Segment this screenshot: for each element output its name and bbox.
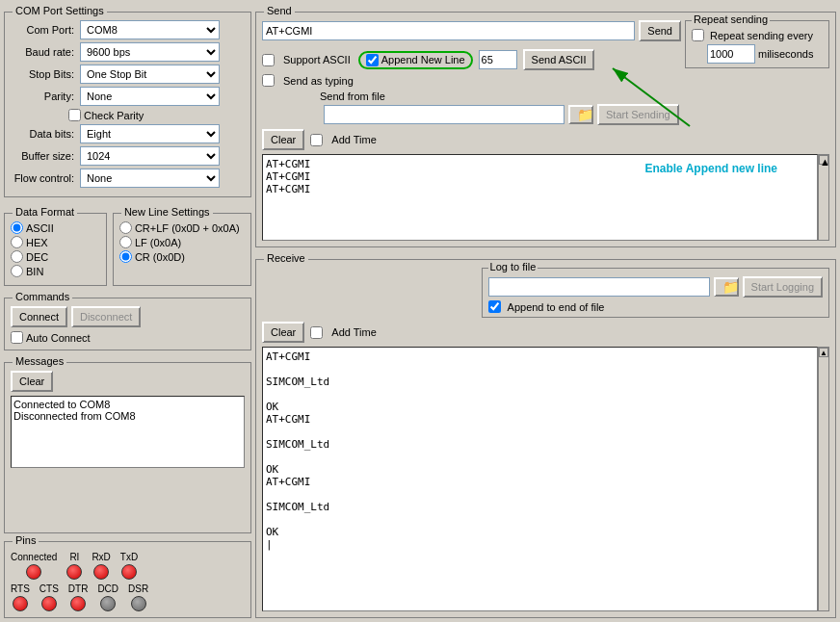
send-button[interactable]: Send — [639, 20, 681, 41]
newline-settings-title: New Line Settings — [121, 206, 213, 218]
hex-radio[interactable] — [11, 236, 23, 248]
pin-dtr: DTR — [68, 583, 89, 611]
receive-title: Receive — [264, 252, 308, 264]
receive-log-line — [266, 451, 814, 463]
ascii-value-input[interactable] — [479, 50, 517, 69]
repeat-sending-checkbox[interactable] — [692, 29, 704, 41]
pin-dsr: DSR — [128, 583, 148, 611]
disconnect-button[interactable]: Disconnect — [71, 306, 141, 327]
enable-append-label: Enable Append new line — [644, 162, 777, 175]
ascii-radio[interactable] — [11, 221, 23, 234]
append-to-file-label: Append to end of file — [508, 301, 605, 313]
pin-cts: CTS — [39, 583, 59, 611]
append-new-line-label: Append New Line — [381, 54, 465, 65]
pin-connected: Connected — [11, 552, 57, 580]
send-title: Send — [264, 5, 295, 16]
messages-title: Messages — [13, 355, 66, 367]
pin-cts-led — [41, 596, 57, 611]
pin-dcd: DCD — [97, 583, 118, 611]
receive-log-line: SIMCOM_Ltd — [266, 438, 814, 451]
log-file-path-input[interactable] — [488, 277, 710, 297]
receive-log-cursor: | — [266, 538, 814, 551]
receive-log-line: OK — [266, 463, 814, 476]
receive-log-line: AT+CGMI — [266, 476, 814, 488]
bin-label: BIN — [26, 266, 43, 277]
pins-title: Pins — [13, 534, 39, 546]
start-logging-button[interactable]: Start Logging — [743, 276, 823, 298]
receive-log-line: SIMCOM_Ltd — [266, 376, 814, 388]
crlf-radio[interactable] — [119, 221, 132, 234]
support-ascii-label: Support ASCII — [283, 54, 351, 65]
buffer-size-select[interactable]: 1024 — [80, 146, 220, 166]
receive-log-line — [266, 388, 814, 401]
send-command-input[interactable] — [262, 21, 635, 40]
receive-log-line — [266, 426, 814, 438]
cr-radio[interactable] — [119, 250, 132, 263]
repeat-sending-label: Repeat sending every — [710, 30, 813, 41]
receive-log-line: SIMCOM_Ltd — [266, 501, 814, 513]
hex-label: HEX — [26, 237, 48, 248]
pin-connected-led — [26, 564, 41, 580]
pin-dtr-led — [70, 596, 86, 611]
send-clear-button[interactable]: Clear — [262, 129, 304, 150]
pin-rxd-led — [93, 564, 109, 580]
receive-add-time-checkbox[interactable] — [310, 326, 323, 339]
buffer-size-label: Buffer size: — [11, 150, 80, 162]
send-as-typing-label: Send as typing — [283, 75, 354, 87]
pin-ri: RI — [66, 552, 82, 580]
com-port-select[interactable]: COM8 — [80, 20, 220, 39]
pin-rts: RTS — [11, 583, 30, 611]
start-sending-button[interactable]: Start Sending — [597, 104, 679, 125]
check-parity-label: Check Parity — [84, 110, 144, 121]
auto-connect-label: Auto Connect — [26, 332, 91, 344]
baud-rate-label: Baud rate: — [11, 46, 80, 58]
com-port-label: Com Port: — [11, 24, 80, 36]
send-scroll-up[interactable]: ▲ — [819, 155, 828, 165]
parity-label: Parity: — [11, 91, 80, 102]
receive-clear-button[interactable]: Clear — [262, 322, 304, 343]
receive-log-line: AT+CGMI — [266, 350, 814, 363]
send-file-path-input[interactable] — [324, 105, 564, 124]
send-from-file-label: Send from file — [320, 91, 385, 102]
pin-ri-led — [66, 564, 82, 580]
auto-connect-checkbox[interactable] — [11, 331, 23, 344]
send-log-line: AT+CGMI — [266, 183, 814, 195]
com-port-settings-title: COM Port Settings — [13, 5, 107, 16]
lf-label: LF (0x0A) — [135, 237, 181, 248]
send-as-typing-checkbox[interactable] — [262, 74, 275, 87]
data-bits-label: Data bits: — [11, 128, 80, 140]
baud-rate-select[interactable]: 9600 bps — [80, 42, 220, 62]
pin-dcd-led — [100, 596, 116, 611]
crlf-label: CR+LF (0x0D + 0x0A) — [135, 222, 240, 234]
receive-log-area: AT+CGMI SIMCOM_Ltd OK AT+CGMI SIMCOM_Ltd… — [262, 347, 818, 611]
pin-dsr-led — [131, 596, 146, 611]
dec-label: DEC — [26, 251, 48, 263]
send-add-time-checkbox[interactable] — [310, 134, 323, 146]
append-to-file-checkbox[interactable] — [488, 300, 501, 313]
repeat-ms-input[interactable] — [707, 44, 755, 64]
append-new-line-checkbox[interactable] — [366, 54, 379, 66]
repeat-sending-title: Repeat sending — [692, 13, 770, 25]
clear-messages-button[interactable]: Clear — [11, 371, 53, 392]
send-file-browse-button[interactable]: 📁 — [568, 105, 593, 124]
receive-log-line — [266, 488, 814, 501]
support-ascii-checkbox[interactable] — [262, 54, 275, 66]
lf-radio[interactable] — [119, 236, 132, 248]
message-line-2: Disconnected from COM8 — [13, 410, 242, 422]
bin-radio[interactable] — [11, 265, 23, 277]
send-ascii-button[interactable]: Send ASCII — [523, 49, 595, 70]
receive-scroll-up[interactable]: ▲ — [819, 348, 828, 357]
stop-bits-select[interactable]: One Stop Bit — [80, 65, 220, 84]
dec-radio[interactable] — [11, 250, 23, 263]
flow-control-select[interactable]: None — [80, 168, 220, 188]
pin-txd: TxD — [120, 552, 138, 580]
connect-button[interactable]: Connect — [11, 306, 67, 327]
receive-add-time-label: Add Time — [331, 326, 376, 338]
data-bits-select[interactable]: Eight — [80, 124, 220, 143]
check-parity-checkbox[interactable] — [68, 109, 81, 121]
log-to-file-title: Log to file — [488, 261, 538, 272]
pin-txd-led — [121, 564, 137, 580]
send-add-time-label: Add Time — [331, 134, 376, 145]
log-file-browse-button[interactable]: 📁 — [714, 277, 739, 297]
parity-select[interactable]: None — [80, 87, 220, 106]
